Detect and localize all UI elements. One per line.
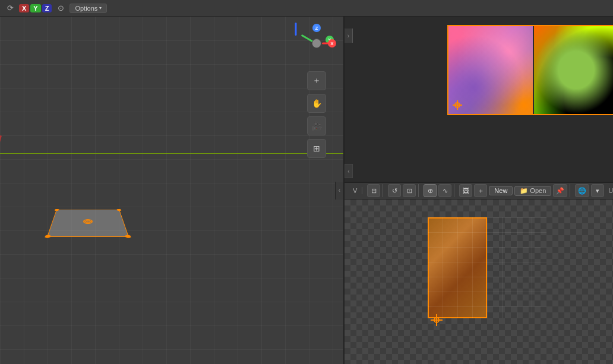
right-panel: ›	[345, 17, 613, 364]
gizmo-x-dot[interactable]: X	[328, 39, 336, 48]
uvm-label: UVM	[606, 187, 613, 194]
axis-y-button[interactable]: Y	[30, 4, 40, 12]
right-collapse-arrow[interactable]: ›	[345, 29, 353, 43]
uv-grid-overlay	[428, 217, 546, 318]
uv-globe-btn[interactable]: 🌐	[575, 184, 589, 197]
image-editor[interactable]: ›	[345, 17, 613, 183]
albedo-panel	[534, 26, 613, 114]
pan-tool-button[interactable]: ✋	[307, 94, 326, 113]
uv-mode-label: V	[350, 187, 359, 194]
uv-settings-group: 🌐 ▾ UVM	[573, 184, 613, 197]
folder-icon: 📁	[520, 187, 528, 195]
options-button[interactable]: Options ▾	[69, 4, 107, 13]
uv-crosshair-inner	[431, 314, 443, 326]
grid-background	[0, 17, 343, 364]
uv-plus-btn[interactable]: ＋	[474, 184, 487, 197]
camera-tool-button[interactable]: 🎥	[307, 116, 326, 135]
uv-curve-btn[interactable]: ∿	[438, 184, 451, 197]
new-button[interactable]: New	[489, 186, 513, 195]
axis-selector: X Y Z	[19, 4, 52, 12]
uv-pin-btn[interactable]: 📌	[553, 184, 567, 197]
nav-gizmo[interactable]: Z Y X	[296, 23, 337, 64]
y-axis-line	[0, 153, 343, 154]
uv-sync-btn[interactable]: ↺	[388, 184, 401, 197]
grid-tool-button[interactable]: ⊞	[307, 139, 326, 158]
uv-select-btn[interactable]: ⊡	[403, 184, 416, 197]
corner-dot-tr	[116, 209, 121, 211]
uv-crosshair	[431, 314, 443, 326]
3d-plane-object[interactable]	[47, 210, 129, 237]
uv-tool-group-2: ⊟	[365, 184, 383, 197]
gizmo-z-dot[interactable]: Z	[312, 24, 321, 32]
transform-icon: ⟳	[5, 3, 15, 14]
constraint-icon: ⊙	[55, 3, 66, 14]
axis-x-button[interactable]: X	[19, 4, 29, 12]
uv-image-group: 🖼 ＋ New 📁 Open 📌	[457, 184, 570, 197]
mid-collapse-arrow[interactable]: ‹	[345, 164, 353, 178]
viewport-3d[interactable]: Z Y X ＋ ✋ 🎥 ⊞ ‹	[0, 17, 345, 364]
main-area: Z Y X ＋ ✋ 🎥 ⊞ ‹ ›	[0, 17, 613, 364]
uv-view-btn[interactable]: ⊟	[367, 184, 380, 197]
chevron-icon: ▾	[99, 5, 102, 11]
uv-tool-group-4: ⊕ ∿	[421, 184, 454, 197]
uv-cursor-btn[interactable]: ⊕	[424, 184, 437, 197]
gizmo-z-arm	[295, 23, 297, 36]
viewport-collapse-arrow[interactable]: ‹	[335, 182, 343, 200]
crosshair-inner-left	[453, 100, 462, 110]
color-panels	[447, 25, 613, 115]
normal-map-panel	[448, 26, 533, 114]
uv-image-btn[interactable]: 🖼	[459, 184, 472, 197]
origin-crosshair	[83, 219, 93, 224]
uv-crosshair-circle	[434, 317, 440, 323]
uv-tool-group-1: V	[348, 187, 362, 194]
uv-toolbar: V ⊟ ↺ ⊡ ⊕ ∿ 🖼 ＋ New 📁 Open 📌	[345, 183, 613, 200]
panel-crosshair-left	[451, 99, 463, 111]
corner-dot-tl	[55, 209, 59, 211]
uv-more-btn[interactable]: ▾	[591, 184, 604, 197]
crosshair-circle-left	[454, 102, 460, 108]
gizmo-y-arm	[301, 34, 314, 42]
viewport-tools: Z Y X ＋ ✋ 🎥 ⊞	[296, 23, 337, 158]
axis-z-button[interactable]: Z	[42, 4, 52, 12]
top-bar: ⟳ X Y Z ⊙ Options ▾	[0, 0, 613, 17]
open-button[interactable]: 📁 Open	[514, 186, 551, 196]
gizmo-center	[312, 39, 321, 48]
uv-tool-group-3: ↺ ⊡	[386, 184, 419, 197]
uv-viewport[interactable]: UVM	[345, 200, 613, 365]
albedo-gradient	[534, 26, 613, 114]
zoom-tool-button[interactable]: ＋	[307, 71, 326, 90]
origin-circle	[85, 220, 91, 223]
